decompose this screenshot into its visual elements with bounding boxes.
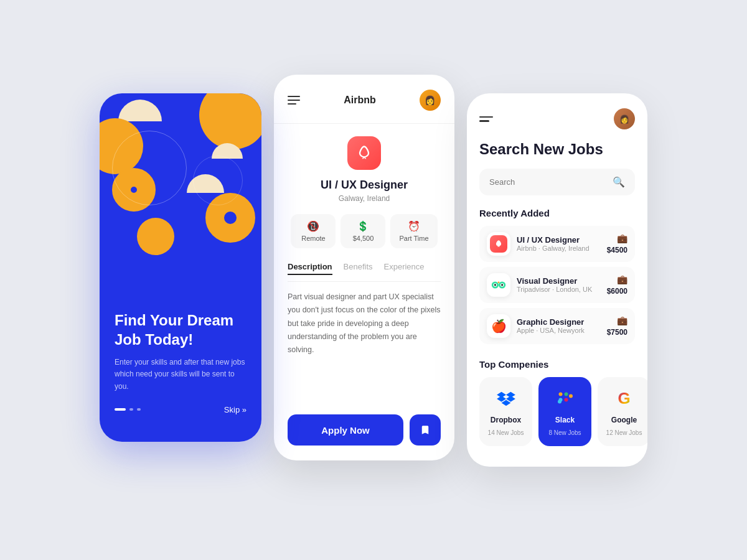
tag-remote-label: Remote — [301, 235, 326, 242]
dropbox-name: Dropbox — [491, 416, 521, 424]
search-jobs-screen: 👩 Search New Jobs 🔍 Recently Added UI / … — [467, 93, 647, 467]
job-salary-airbnb: $4500 — [607, 246, 627, 254]
job-item-airbnb[interactable]: UI / UX Designer Airbnb · Galway, Irelan… — [479, 226, 635, 262]
job-location-text: Galway, Ireland — [288, 194, 441, 203]
onboarding-content: Find Your Dream Job Today! Enter your sk… — [100, 296, 261, 442]
job-description-text: Part visual designer and part UX special… — [288, 291, 441, 403]
job-company-tripadvisor: Tripadvisor · London, UK — [517, 286, 601, 293]
dot-active — [115, 408, 126, 411]
menu-line-2 — [479, 120, 489, 122]
circle-outline-1 — [112, 131, 187, 205]
hamburger-menu-icon[interactable] — [288, 96, 300, 105]
apple-logo-sm: 🍎 — [490, 317, 507, 335]
salary-icon: 💲 — [357, 220, 369, 232]
dropbox-jobs: 14 New Jobs — [488, 429, 524, 436]
dot-3 — [137, 408, 141, 411]
tripadvisor-job-logo — [487, 273, 510, 297]
airbnb-logo-icon — [347, 136, 381, 170]
tab-description[interactable]: Description — [288, 262, 332, 275]
job-salary-tripadvisor: $6000 — [607, 287, 627, 296]
airbnb-svg — [355, 144, 373, 162]
bookmark-icon — [420, 424, 431, 436]
job-right-tripadvisor: 💼 $6000 — [607, 274, 627, 296]
job-right-apple: 💼 $7500 — [607, 315, 627, 337]
slack-icon — [556, 390, 575, 408]
svg-marker-10 — [506, 396, 515, 401]
job-item-apple[interactable]: 🍎 Graphic Designer Apple · USA, Newyork … — [479, 308, 635, 344]
job-detail-header: Airbnb 👩 — [288, 90, 441, 111]
header-divider — [274, 123, 454, 124]
onboarding-footer: Skip » — [115, 405, 247, 414]
job-info-airbnb: UI / UX Designer Airbnb · Galway, Irelan… — [517, 235, 601, 252]
svg-rect-16 — [569, 394, 573, 398]
google-jobs: 12 New Jobs — [606, 429, 642, 436]
skip-button[interactable]: Skip » — [224, 405, 247, 414]
dropbox-logo — [494, 387, 518, 411]
tab-benefits[interactable]: Benefits — [344, 262, 373, 275]
job-right-airbnb: 💼 $4500 — [607, 233, 627, 254]
time-icon: ⏰ — [408, 220, 420, 232]
google-g-icon: G — [618, 389, 630, 408]
dot-2 — [129, 408, 133, 411]
job-company-airbnb: Airbnb · Galway, Ireland — [517, 245, 601, 252]
menu-line-1 — [288, 96, 300, 97]
companies-row: Dropbox 14 New Jobs Slack — [479, 377, 635, 446]
briefcase-airbnb-icon: 💼 — [617, 233, 627, 243]
briefcase-apple-icon: 💼 — [617, 315, 627, 325]
shape-orange-1 — [199, 93, 261, 149]
company-name-header: Airbnb — [344, 95, 376, 106]
svg-point-5 — [501, 284, 503, 286]
briefcase-tripadvisor-icon: 💼 — [617, 274, 627, 284]
svg-rect-15 — [564, 398, 568, 401]
job-item-tripadvisor[interactable]: Visual Designer Tripadvisor · London, UK… — [479, 267, 635, 303]
tag-time: ⏰ Part Time — [390, 214, 437, 248]
google-name: Google — [611, 416, 637, 424]
save-job-button[interactable] — [410, 414, 441, 446]
airbnb-logo-sm — [490, 235, 507, 253]
company-card-dropbox[interactable]: Dropbox 14 New Jobs — [479, 377, 532, 446]
job-list: UI / UX Designer Airbnb · Galway, Irelan… — [479, 226, 635, 349]
menu-icon[interactable] — [479, 116, 493, 122]
tag-time-label: Part Time — [399, 235, 428, 242]
bg-graphics — [100, 93, 261, 320]
menu-line-2 — [288, 100, 300, 101]
job-title-text: UI / UX Designer — [288, 179, 441, 192]
airbnb-icon-sm — [494, 240, 503, 248]
tag-salary-label: $4,500 — [353, 235, 374, 242]
job-title-airbnb: UI / UX Designer — [517, 235, 601, 245]
company-card-google[interactable]: G Google 12 New Jobs — [598, 377, 647, 446]
search-input[interactable] — [489, 177, 608, 187]
shape-orange-3 — [137, 218, 174, 255]
svg-marker-9 — [497, 396, 506, 401]
job-title-tripadvisor: Visual Designer — [517, 276, 601, 286]
company-card-slack[interactable]: Slack 8 New Jobs — [538, 377, 591, 446]
job-logo-wrapper — [288, 136, 441, 170]
job-salary-apple: $7500 — [607, 328, 627, 337]
apple-job-logo: 🍎 — [487, 314, 510, 338]
search-header: 👩 — [479, 108, 635, 129]
onboarding-title: Find Your Dream Job Today! — [115, 310, 247, 349]
job-detail-footer: Apply Now — [288, 414, 441, 446]
tag-salary: 💲 $4,500 — [341, 214, 385, 248]
top-companies-label: Top Compenies — [479, 359, 635, 370]
search-bar[interactable]: 🔍 — [479, 169, 635, 195]
slack-logo — [553, 387, 577, 411]
svg-point-4 — [494, 284, 496, 286]
menu-line-1 — [479, 116, 493, 118]
svg-rect-14 — [564, 392, 568, 396]
description-tabs: Description Benefits Experience — [288, 262, 441, 282]
menu-line-3 — [288, 103, 296, 105]
job-info-tripadvisor: Visual Designer Tripadvisor · London, UK — [517, 276, 601, 293]
tab-experience[interactable]: Experience — [384, 262, 425, 275]
tripadvisor-logo-sm — [490, 276, 507, 294]
user-avatar-small[interactable]: 👩 — [614, 108, 635, 129]
dropbox-icon — [497, 391, 515, 407]
page-title: Search New Jobs — [479, 141, 635, 159]
user-avatar[interactable]: 👩 — [420, 90, 441, 111]
recently-added-label: Recently Added — [479, 208, 635, 218]
slack-name: Slack — [555, 416, 575, 424]
apply-now-button[interactable]: Apply Now — [288, 414, 403, 446]
job-info-apple: Graphic Designer Apple · USA, Newyork — [517, 317, 601, 334]
tripadvisor-icon — [490, 279, 507, 291]
google-logo: G — [613, 387, 636, 411]
